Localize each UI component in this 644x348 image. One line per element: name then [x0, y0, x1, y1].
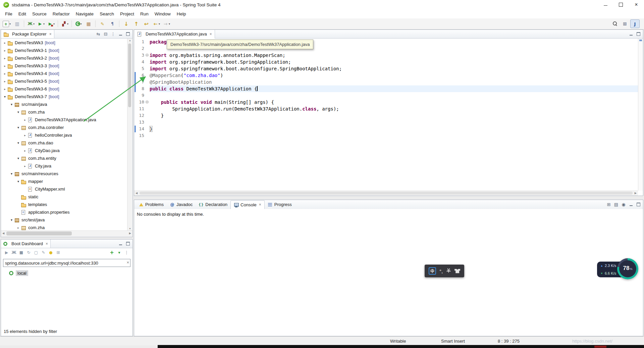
scroll-left-icon[interactable]: ◀ [2, 232, 4, 235]
scroll-down-icon[interactable]: ▼ [129, 227, 131, 230]
code-line[interactable]: 12 } [134, 112, 638, 119]
add-dropdown-button[interactable] [116, 249, 123, 256]
new-class-button[interactable]: ▾ [74, 19, 83, 28]
ime-status-bar[interactable]: °, [425, 265, 464, 277]
tree-collapsed-arrow-icon[interactable]: ▸ [2, 72, 7, 75]
code-line[interactable]: 15 [134, 132, 638, 139]
tree-expanded-arrow-icon[interactable]: ▾ [16, 126, 21, 129]
scroll-right-icon[interactable]: ▶ [635, 192, 637, 195]
maximize-button[interactable] [635, 31, 642, 38]
close-icon[interactable]: × [259, 202, 261, 207]
package-explorer-horizontal-scrollbar[interactable]: ◀ ▶ [1, 230, 132, 236]
forward-button[interactable]: ▾ [162, 19, 171, 28]
tree-expanded-arrow-icon[interactable]: ▾ [16, 110, 21, 114]
dropdown-arrow-icon[interactable]: ▾ [80, 22, 82, 25]
code-line[interactable]: 8public class DemoTestWk37Application { [134, 85, 638, 92]
back-button[interactable]: ▾ [152, 19, 161, 28]
code-line[interactable]: 11 SpringApplication.run(DemoTestWk37App… [134, 106, 638, 112]
code-text[interactable]: import org.mybatis.spring.annotation.Map… [150, 52, 638, 59]
code-text[interactable]: } [150, 126, 638, 132]
tree-item[interactable]: ▾DemoTestWk3-7[boot] [1, 93, 127, 100]
tree-collapsed-arrow-icon[interactable]: ▸ [2, 80, 7, 83]
code-text[interactable]: import org.springframework.boot.SpringAp… [150, 59, 638, 65]
next-annotation-button[interactable] [121, 19, 131, 28]
ime-chinese-mode-icon[interactable] [429, 267, 436, 275]
open-perspective-button[interactable] [620, 19, 630, 28]
edit-button[interactable] [40, 249, 47, 256]
code-line[interactable]: 9 [134, 92, 638, 99]
fold-collapse-icon[interactable] [146, 54, 149, 57]
dropdown-arrow-icon[interactable]: ▾ [159, 22, 160, 25]
tree-item[interactable]: ▸DemoTestWk3[boot] [1, 39, 127, 47]
menu-navigate[interactable]: Navigate [73, 10, 97, 17]
editor-tab[interactable]: DemoTestWk37Application.java × [134, 30, 215, 39]
tree-expanded-arrow-icon[interactable]: ▾ [9, 218, 14, 222]
close-icon[interactable]: × [46, 241, 48, 246]
code-text[interactable]: public static void main(String[] args) { [150, 99, 638, 106]
tree-item[interactable]: ▸DemoTestWk3-5[boot] [1, 77, 127, 85]
tree-item[interactable]: application.properties [1, 208, 127, 216]
tree-collapsed-arrow-icon[interactable]: ▸ [22, 164, 28, 168]
menu-run[interactable]: Run [137, 10, 152, 17]
tree-item[interactable]: ▸DemoTestWk3-4[boot] [1, 70, 127, 77]
tree-item[interactable]: ▸com.zha [1, 224, 127, 230]
menu-button[interactable] [123, 249, 130, 256]
tree-item[interactable]: ▾mapper [1, 178, 127, 185]
scroll-right-icon[interactable]: ▶ [129, 232, 131, 235]
menu-file[interactable]: File [2, 10, 15, 17]
save-button[interactable] [12, 19, 22, 28]
scroll-up-icon[interactable]: ▲ [129, 39, 131, 42]
maximize-button[interactable] [124, 31, 131, 38]
maximize-button[interactable] [635, 201, 642, 208]
boot-dashboard-filter-input[interactable] [3, 259, 130, 267]
tree-expanded-arrow-icon[interactable]: ▾ [9, 172, 14, 176]
minimize-button[interactable] [628, 31, 634, 38]
scrollbar-thumb[interactable] [6, 231, 72, 235]
dropdown-arrow-icon[interactable]: ▾ [9, 22, 11, 25]
minimize-button[interactable] [117, 31, 124, 38]
tree-expanded-arrow-icon[interactable]: ▾ [2, 95, 7, 98]
pin-console-button[interactable] [620, 201, 627, 208]
tab-javadoc[interactable]: Javadoc [167, 200, 196, 209]
tag-button[interactable] [55, 249, 62, 256]
code-text[interactable] [150, 92, 638, 99]
code-line[interactable]: 13 [134, 119, 638, 126]
tree-collapsed-arrow-icon[interactable]: ▸ [2, 64, 7, 68]
display-console-button[interactable] [613, 201, 620, 208]
tree-item[interactable]: ▾src/main/resources [1, 170, 127, 178]
dropdown-arrow-icon[interactable]: ▾ [43, 22, 45, 25]
tree-item[interactable]: templates [1, 201, 127, 208]
tree-collapsed-arrow-icon[interactable]: ▸ [16, 226, 21, 229]
ime-punctuation-mode[interactable]: °, [439, 268, 443, 274]
code-editor[interactable]: 1package 23import org.mybatis.spring.ann… [134, 39, 638, 191]
console-button[interactable] [33, 249, 40, 256]
menu-help[interactable]: Help [174, 10, 189, 17]
code-text[interactable]: import org.springframework.boot.autoconf… [150, 65, 638, 72]
close-icon[interactable]: × [210, 32, 212, 37]
collapse-all-button[interactable] [102, 31, 109, 38]
dropdown-arrow-icon[interactable]: ▾ [67, 22, 68, 25]
tree-expanded-arrow-icon[interactable]: ▾ [16, 141, 21, 145]
tree-item[interactable]: ▾com.zha [1, 108, 127, 116]
minimize-window-button[interactable] [598, 0, 613, 9]
menu-refactor[interactable]: Refactor [50, 10, 73, 17]
tree-item[interactable]: ▾com.zha.dao [1, 139, 127, 147]
restart-button[interactable] [25, 249, 32, 256]
tree-item[interactable]: ▾src/main/java [1, 100, 127, 108]
view-menu-button[interactable] [110, 31, 116, 38]
external-tools-button[interactable]: ▾ [46, 19, 56, 28]
tree-collapsed-arrow-icon[interactable]: ▸ [22, 149, 28, 152]
tree-collapsed-arrow-icon[interactable]: ▸ [2, 49, 7, 52]
code-text[interactable]: @MapperScan("com.zha.dao") [150, 72, 638, 79]
tree-item[interactable]: ▸DemoTestWk3-3[boot] [1, 62, 127, 70]
tree-item[interactable]: ▸helloController.java [1, 131, 127, 139]
code-text[interactable]: } [150, 112, 638, 119]
code-text[interactable] [150, 132, 638, 139]
tree-item[interactable]: ▸DemoTestWk37Application.java [1, 116, 127, 124]
code-line[interactable]: 7@SpringBootApplication [134, 79, 638, 85]
tab-problems[interactable]: Problems [136, 200, 167, 209]
menu-search[interactable]: Search [97, 10, 117, 17]
coverage-button[interactable]: ▾ [60, 19, 69, 28]
debug-button[interactable]: ▾ [26, 19, 36, 28]
tree-expanded-arrow-icon[interactable]: ▾ [16, 180, 21, 183]
